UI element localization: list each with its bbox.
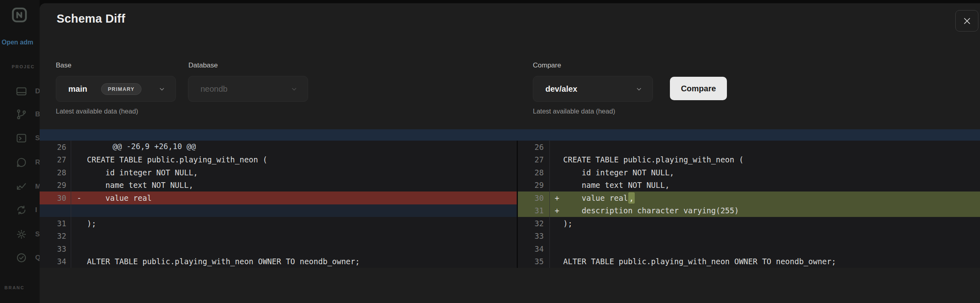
compare-branch-select[interactable]: dev/alex [533,76,653,102]
primary-badge: PRIMARY [101,83,142,95]
compare-branch-value: dev/alex [545,84,577,94]
chevron-down-icon [291,86,298,93]
database-select[interactable]: neondb [188,76,308,102]
schema-diff-modal: Schema Diff Base main PRIMARY Latest ava… [40,3,980,303]
line-number: 32 [518,217,550,230]
code-text: value real, [563,194,635,202]
neon-logo-icon[interactable] [11,6,28,26]
line-number: 28 [518,166,550,179]
diff-line-compare-30: 30+ value real, [518,191,980,204]
diff-line-compare-33: 33 [518,230,980,243]
diff-pane-base: 2627CREATE TABLE public.playing_with_neo… [40,141,517,268]
line-number: 34 [518,242,550,255]
code-text: id integer NOT NULL, [87,168,198,177]
sidebar-item-branches[interactable]: B [0,108,40,121]
code-text: name text NOT NULL, [563,181,670,189]
line-number: 33 [518,230,550,243]
line-number [40,204,71,217]
compare-label: Compare [533,61,561,69]
diff-line-base-28: 28 id integer NOT NULL, [40,166,517,179]
branches-icon [15,108,27,120]
diff-line-compare-31: 31+ description character varying(255) [518,204,980,217]
diff-line-base-30: 30- value real [40,191,517,204]
hunk-header: @@ -26,9 +26,10 @@ [40,129,980,141]
sidebar-item-label: B [35,110,40,118]
base-branch-select[interactable]: main PRIMARY [56,76,176,102]
page-title: Schema Diff [57,12,125,25]
sidebar-item-label: Q [35,254,40,262]
diff-line-compare-29: 29 name text NOT NULL, [518,179,980,192]
code-text: name text NOT NULL, [87,181,193,189]
open-admin-link[interactable]: Open adm [2,39,40,46]
screen: Open adm PROJEC D B [0,0,980,303]
diff-line-base-33: 33 [40,242,517,255]
diff-line-compare-32: 32); [518,217,980,230]
code-text: ); [563,219,572,228]
line-number: 26 [40,141,71,154]
code-text: id integer NOT NULL, [563,168,674,177]
diff-line-base-27: 27CREATE TABLE public.playing_with_neon … [40,154,517,166]
diff-line-base-31: 31); [40,217,517,230]
diff-line-compare-35: 35ALTER TABLE public.playing_with_neon O… [518,255,980,268]
settings-icon [15,228,27,240]
code-text: ALTER TABLE public.playing_with_neon OWN… [563,257,836,266]
chevron-down-icon [158,86,165,93]
line-number: 30 [40,191,71,204]
diff-marker: - [77,194,87,202]
sidebar-item-dashboard[interactable]: D [0,85,40,98]
diff-line-compare-34: 34 [518,242,980,255]
integrations-icon [15,204,27,216]
diff-line-base-32: 32 [40,230,517,243]
base-branch-value: main [68,84,87,94]
line-number: 26 [518,141,550,154]
diff-line-base-29: 29 name text NOT NULL, [40,179,517,192]
sidebar-item-integrations[interactable]: I [0,204,40,217]
diff-line-base-placeholder [40,204,517,217]
check-circle-icon [15,252,27,264]
schema-diff-viewer: @@ -26,9 +26,10 @@ 2627CREATE TABLE publ… [40,129,980,268]
database-value: neondb [201,84,228,94]
line-number: 33 [40,242,71,255]
sidebar-item-label: R [35,158,40,166]
compare-helper-text: Latest available data (head) [533,107,615,115]
diff-line-base-26: 26 [40,141,517,154]
line-number: 27 [518,154,550,166]
diff-line-base-34: 34ALTER TABLE public.playing_with_neon O… [40,255,517,268]
code-text: description character varying(255) [563,206,739,215]
diff-pane-compare: 2627CREATE TABLE public.playing_with_neo… [518,141,980,268]
close-button[interactable] [955,10,978,32]
line-number: 29 [518,179,550,192]
line-number: 32 [40,230,71,243]
sidebar-item-sql-editor[interactable]: S [0,132,40,145]
sidebar-item-label: S [35,134,40,142]
compare-button[interactable]: Compare [670,77,727,100]
sql-editor-icon [15,132,27,144]
code-text: CREATE TABLE public.playing_with_neon ( [563,155,743,164]
sidebar-item-monitoring[interactable]: M [0,180,40,193]
code-text: ); [87,219,96,228]
line-number: 31 [40,217,71,230]
diff-line-compare-26: 26 [518,141,980,154]
diff-line-compare-27: 27CREATE TABLE public.playing_with_neon … [518,154,980,166]
diff-line-compare-28: 28 id integer NOT NULL, [518,166,980,179]
code-text: ALTER TABLE public.playing_with_neon OWN… [87,257,360,266]
line-number: 31 [518,204,550,217]
line-number: 29 [40,179,71,192]
sidebar-item-label: I [35,206,37,214]
diff-marker: + [555,194,563,202]
sidebar-item-restore[interactable]: R [0,156,40,169]
sidebar-item-quickstart[interactable]: Q [0,251,40,264]
word-diff-highlight: , [628,192,634,204]
code-text: value real [87,194,152,202]
sidebar-item-settings[interactable]: S [0,228,40,241]
sidebar-item-label: S [35,230,40,238]
database-label: Database [188,61,218,69]
line-number: 34 [40,255,71,268]
sidebar: Open adm PROJEC D B [0,0,40,303]
close-icon [963,17,972,25]
base-helper-text: Latest available data (head) [56,107,138,115]
sidebar-section-label: PROJEC [12,64,35,69]
dashboard-icon [15,85,27,97]
diff-marker: + [555,206,563,215]
line-number: 28 [40,166,71,179]
